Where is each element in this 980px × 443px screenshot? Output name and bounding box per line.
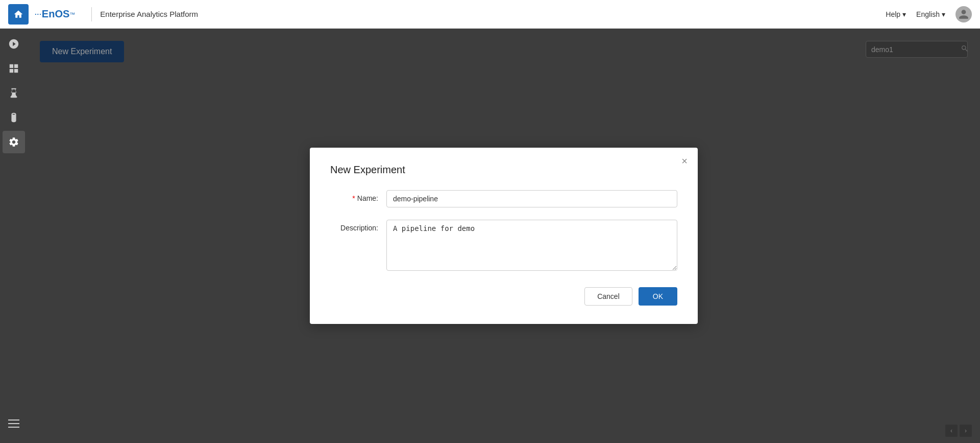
logo: ··· EnOS™ <box>35 8 75 20</box>
name-input[interactable] <box>386 190 677 207</box>
required-asterisk: * <box>352 194 355 202</box>
platform-title: Enterprise Analytics Platform <box>100 10 886 18</box>
description-textarea[interactable]: A pipeline for demo <box>386 220 677 271</box>
app-header: ··· EnOS™ Enterprise Analytics Platform … <box>0 0 980 29</box>
sidebar-item-analytics[interactable] <box>3 33 25 55</box>
help-button[interactable]: Help ▾ <box>886 10 906 18</box>
main-layout: New Experiment New Experiment × *Name: <box>0 29 980 443</box>
modal-overlay: New Experiment × *Name: Description: A p… <box>28 29 980 443</box>
modal-close-button[interactable]: × <box>681 156 688 166</box>
home-icon[interactable] <box>8 4 29 25</box>
header-divider <box>91 7 92 21</box>
modal-title: New Experiment <box>330 164 677 176</box>
sidebar-item-flask[interactable] <box>3 82 25 104</box>
header-actions: Help ▾ English ▾ <box>886 6 972 22</box>
sidebar-item-settings[interactable] <box>3 131 25 153</box>
description-label: Description: <box>330 220 386 232</box>
sidebar-item-data[interactable] <box>3 106 25 129</box>
sidebar <box>0 29 28 443</box>
svg-rect-2 <box>8 427 19 428</box>
modal-footer: Cancel OK <box>330 287 677 306</box>
main-content: New Experiment New Experiment × *Name: <box>28 29 980 443</box>
svg-rect-0 <box>8 419 19 421</box>
name-form-row: *Name: <box>330 190 677 207</box>
sidebar-item-dashboard[interactable] <box>3 57 25 80</box>
name-label: *Name: <box>330 190 386 202</box>
description-form-row: Description: A pipeline for demo <box>330 220 677 271</box>
sidebar-menu-icon[interactable] <box>3 412 25 435</box>
ok-button[interactable]: OK <box>639 287 677 306</box>
user-avatar[interactable] <box>955 6 972 22</box>
language-selector[interactable]: English ▾ <box>916 10 945 18</box>
cancel-button[interactable]: Cancel <box>584 287 632 306</box>
svg-rect-1 <box>8 423 19 424</box>
new-experiment-modal: New Experiment × *Name: Description: A p… <box>310 148 698 324</box>
